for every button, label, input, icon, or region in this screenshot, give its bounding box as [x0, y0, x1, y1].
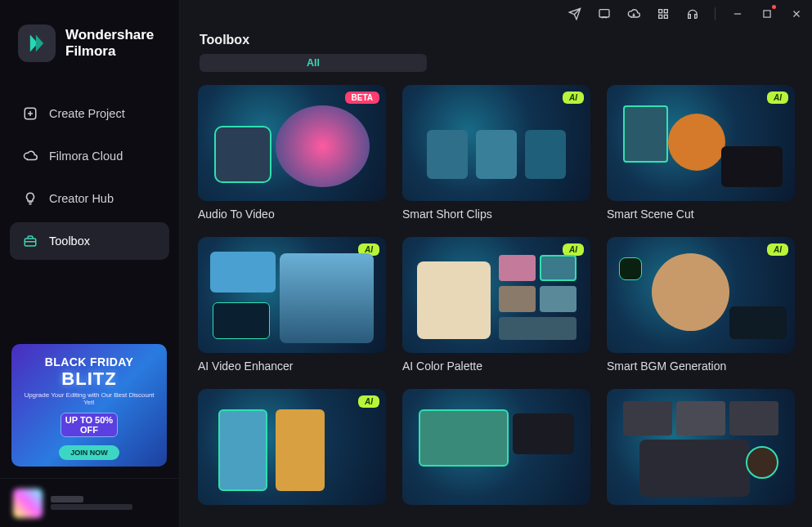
card-ai-color-palette[interactable]: AI AI Color Palette — [402, 237, 590, 373]
cloud-icon — [23, 149, 38, 163]
bulb-icon — [23, 191, 38, 206]
tab-all[interactable]: All — [200, 54, 427, 72]
apps-grid-icon[interactable] — [656, 7, 671, 21]
main-content: Toolbox All BETA Audio To Video AI Smart… — [180, 0, 812, 527]
card-label: AI Video Enhancer — [198, 360, 386, 373]
ai-badge: AI — [563, 243, 584, 256]
promo-cta-button[interactable]: JOIN NOW — [59, 445, 119, 460]
logo-mark-icon — [18, 25, 56, 62]
sidebar-item-filmora-cloud[interactable]: Filmora Cloud — [10, 137, 169, 175]
card-ai-video-enhancer[interactable]: AI AI Video Enhancer — [198, 237, 386, 373]
card-thumb: AI — [198, 389, 386, 505]
card-thumb — [402, 389, 590, 505]
user-text-placeholder — [51, 496, 132, 510]
card-smart-scene-cut[interactable]: AI Smart Scene Cut — [607, 85, 795, 221]
beta-badge: BETA — [345, 92, 379, 104]
sidebar-item-label: Filmora Cloud — [49, 150, 123, 163]
card-smart-bgm-generation[interactable]: AI Smart BGM Generation — [607, 237, 795, 373]
logo-text: Wondershare Filmora — [65, 27, 154, 60]
minimize-icon[interactable] — [730, 7, 745, 21]
card-label: Smart Scene Cut — [607, 208, 795, 221]
toolbox-tabbar: All — [180, 54, 812, 85]
ai-badge: AI — [767, 92, 788, 104]
ai-badge: AI — [563, 92, 584, 104]
card-thumb: AI — [402, 85, 590, 201]
sidebar-item-label: Toolbox — [49, 234, 90, 248]
card-thumb: AI — [402, 237, 590, 353]
brand-line2: Filmora — [65, 43, 154, 60]
feedback-icon[interactable] — [597, 7, 612, 21]
svg-rect-4 — [664, 10, 667, 13]
card-thumb: BETA — [198, 85, 386, 201]
promo-line2: BLITZ — [61, 368, 116, 390]
promo-discount: UP TO 50% OFF — [61, 413, 118, 437]
sidebar-item-toolbox[interactable]: Toolbox — [10, 222, 169, 260]
card-audio-to-video[interactable]: BETA Audio To Video — [198, 85, 386, 221]
card-smart-short-clips[interactable]: AI Smart Short Clips — [402, 85, 590, 221]
sidebar-item-label: Creator Hub — [49, 192, 114, 205]
card-thumb — [607, 389, 795, 505]
ai-badge: AI — [767, 243, 788, 256]
ai-badge: AI — [358, 395, 379, 408]
page-title: Toolbox — [180, 25, 812, 54]
maximize-icon[interactable] — [760, 7, 774, 21]
brand-line1: Wondershare — [65, 27, 154, 43]
card-label: Smart Short Clips — [402, 208, 590, 221]
svg-rect-2 — [599, 10, 609, 17]
avatar — [13, 489, 43, 518]
toolbox-icon — [23, 234, 38, 248]
svg-rect-7 — [764, 11, 770, 17]
svg-rect-6 — [664, 15, 667, 18]
cloud-download-icon[interactable] — [626, 7, 641, 21]
card-partial-3[interactable] — [607, 389, 795, 505]
sidebar: Wondershare Filmora Create Project Filmo… — [0, 0, 180, 527]
card-partial-2[interactable] — [402, 389, 590, 505]
card-label: Audio To Video — [198, 208, 386, 221]
titlebar-separator — [715, 7, 716, 20]
user-account-row[interactable] — [0, 478, 179, 527]
send-icon[interactable] — [568, 7, 582, 21]
promo-line1: BLACK FRIDAY — [45, 355, 134, 368]
sidebar-item-creator-hub[interactable]: Creator Hub — [10, 180, 169, 217]
svg-rect-3 — [659, 10, 662, 13]
card-thumb: AI — [198, 237, 386, 353]
card-label: Smart BGM Generation — [607, 360, 795, 373]
headset-icon[interactable] — [685, 7, 700, 21]
close-icon[interactable] — [789, 7, 804, 21]
app-logo: Wondershare Filmora — [0, 0, 179, 87]
card-thumb: AI — [607, 85, 795, 201]
sidebar-item-label: Create Project — [49, 107, 125, 120]
card-thumb: AI — [607, 237, 795, 353]
promo-subtitle: Upgrade Your Editing with Our Best Disco… — [18, 391, 160, 406]
sidebar-item-create-project[interactable]: Create Project — [10, 95, 169, 132]
card-label: AI Color Palette — [402, 360, 590, 373]
promo-banner[interactable]: BLACK FRIDAY BLITZ Upgrade Your Editing … — [11, 344, 167, 467]
svg-rect-5 — [659, 15, 662, 18]
sidebar-nav: Create Project Filmora Cloud Creator Hub… — [0, 87, 179, 260]
toolbox-grid: BETA Audio To Video AI Smart Short Clips… — [180, 85, 812, 505]
card-partial-1[interactable]: AI — [198, 389, 386, 505]
window-titlebar — [180, 0, 812, 25]
plus-square-icon — [23, 106, 38, 121]
